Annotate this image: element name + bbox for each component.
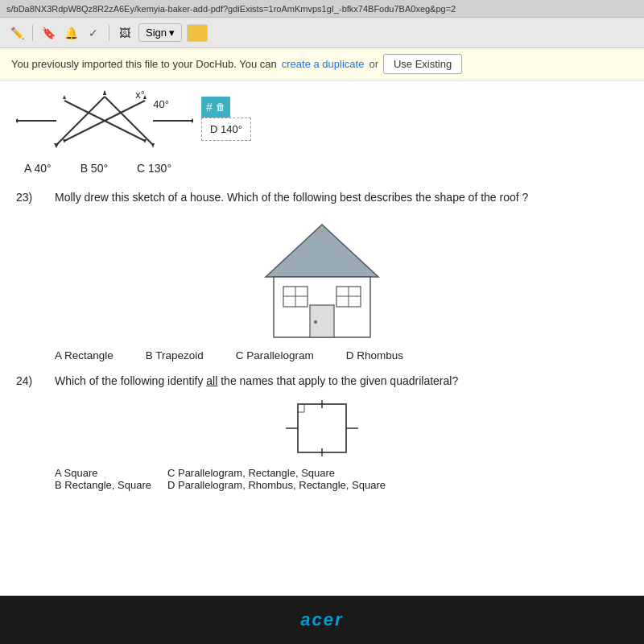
bookmark-icon[interactable]: 🔖: [39, 24, 57, 42]
q23-body: Molly drew this sketch of a house. Which…: [55, 189, 528, 206]
sign-dropdown-arrow: ▾: [169, 27, 175, 39]
acer-logo: acer: [300, 609, 343, 630]
or-text: or: [369, 58, 378, 70]
q24-text-after: the names that apply to the given quadri…: [221, 374, 458, 387]
notification-message: You previously imported this file to you…: [11, 58, 277, 70]
color-swatch[interactable]: [187, 24, 208, 42]
question-24-text: 24) Which of the following identify all …: [16, 373, 628, 390]
q23-choice-d: D Rhombus: [346, 349, 403, 361]
browser-address-bar: s/bDa8NX3RdpW8Qz8R2zA6Ey/kemyia-baker-ad…: [0, 0, 644, 18]
sign-button[interactable]: Sign ▾: [138, 23, 182, 42]
choice-d-container: # 🗑 D 140°: [201, 97, 251, 141]
bell-icon[interactable]: 🔔: [62, 24, 80, 42]
q24-choice-d: D Parallelogram, Rhombus, Rectangle, Squ…: [167, 479, 386, 491]
toolbar: ✏️ 🔖 🔔 ✓ 🖼 Sign ▾: [0, 18, 644, 48]
svg-line-4: [105, 97, 153, 145]
quadrilateral-svg: [282, 396, 362, 460]
q24-underline-word: all: [206, 374, 217, 387]
toolbar-separator-1: [32, 25, 33, 41]
svg-marker-5: [151, 143, 155, 148]
svg-point-26: [314, 320, 317, 324]
use-existing-button[interactable]: Use Existing: [383, 54, 462, 74]
svg-marker-10: [192, 118, 193, 123]
checkmark-icon[interactable]: ✓: [85, 24, 102, 42]
url-text: s/bDa8NX3RdpW8Qz8R2zA6Ey/kemyia-baker-ad…: [6, 4, 456, 14]
house-svg: [250, 213, 394, 341]
choice-b-label: B 50°: [80, 162, 108, 175]
hash-icon: #: [206, 101, 213, 114]
q24-choice-a: A Square: [55, 467, 151, 479]
pencil-icon[interactable]: ✏️: [8, 24, 26, 42]
svg-marker-16: [143, 139, 147, 143]
question-23-text: 23) Molly drew this sketch of a house. W…: [16, 189, 628, 206]
create-duplicate-link[interactable]: create a duplicate: [282, 58, 365, 70]
trash-icon: 🗑: [216, 101, 225, 113]
q24-choices-right: C Parallelogram, Rectangle, Square D Par…: [167, 467, 386, 491]
q24-text-before: Which of the following identify: [55, 374, 203, 387]
choice-d-dashed-box: D 140°: [201, 118, 251, 141]
q24-number: 24): [16, 373, 42, 390]
svg-marker-15: [63, 139, 66, 143]
q24-figure: [16, 396, 628, 460]
q24-answer-row: A Square B Rectangle, Square C Parallelo…: [55, 467, 628, 491]
svg-marker-3: [54, 143, 59, 148]
svg-marker-6: [103, 90, 106, 95]
q23-choice-a: A Rectangle: [55, 349, 114, 361]
q24-choice-b: B Rectangle, Square: [55, 479, 151, 491]
house-illustration: [16, 213, 628, 341]
question-24-block: 24) Which of the following identify all …: [16, 373, 628, 491]
svg-line-0: [56, 97, 105, 145]
svg-marker-14: [63, 95, 66, 99]
answer-choices-row: A 40° B 50° C 130°: [24, 162, 628, 175]
choice-c-label: C 130°: [137, 162, 171, 175]
40-angle-label: 40°: [153, 98, 169, 110]
choice-d-label: D 140°: [210, 123, 242, 135]
main-content: x° 40° # 🗑 D 140° A 40° B 50°: [0, 80, 644, 596]
q23-choice-c: C Parallelogram: [236, 349, 314, 361]
svg-marker-17: [266, 225, 378, 277]
sign-label: Sign: [146, 27, 167, 39]
q24-choices-left: A Square B Rectangle, Square: [55, 467, 151, 491]
angle-section: x° 40° # 🗑 D 140° A 40° B 50°: [16, 89, 628, 186]
toolbar-separator-2: [109, 25, 109, 41]
notification-bar: You previously imported this file to you…: [0, 48, 644, 80]
x-angle-label: x°: [135, 89, 145, 101]
q23-answer-row: A Rectangle B Trapezoid C Parallelogram …: [55, 349, 628, 361]
angle-diagram-area: x° 40° # 🗑 D 140° A 40° B 50°: [16, 89, 628, 186]
bottom-bar: acer: [0, 596, 644, 644]
q24-body: Which of the following identify all the …: [55, 373, 458, 390]
q23-number: 23): [16, 189, 42, 206]
choice-d-icon-box: # 🗑: [201, 97, 230, 118]
svg-rect-25: [310, 305, 334, 337]
q23-choice-b: B Trapezoid: [146, 349, 204, 361]
image-icon[interactable]: 🖼: [116, 24, 134, 42]
choice-a-label: A 40°: [24, 162, 52, 175]
question-23-block: 23) Molly drew this sketch of a house. W…: [16, 189, 628, 361]
svg-rect-27: [298, 404, 346, 452]
q24-choice-c: C Parallelogram, Rectangle, Square: [167, 467, 386, 479]
svg-marker-8: [16, 118, 18, 123]
